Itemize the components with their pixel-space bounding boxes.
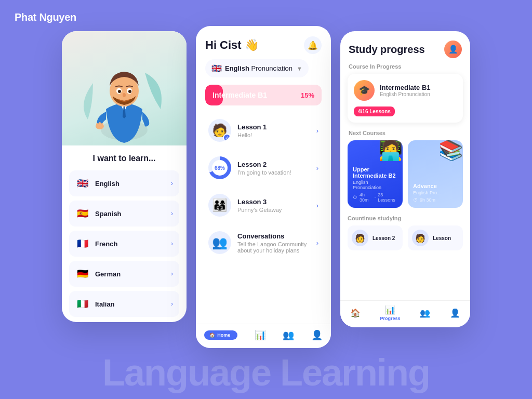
lesson-item-2[interactable]: 👨‍👩‍👧 Lesson 3 Punny's Getaway › xyxy=(203,189,324,222)
phone-mid: Hi Cist 👋 🔔 🇬🇧 English Pronunciation ▼ I… xyxy=(196,26,331,348)
nav-profile-mid[interactable]: 👤 xyxy=(311,329,323,341)
language-item-english[interactable]: 🇬🇧 English › xyxy=(69,170,179,196)
lesson-item-3[interactable]: 👥 Conversations Tell the Langoo Communit… xyxy=(203,226,324,259)
progress-icon: 📊 xyxy=(255,329,266,341)
lesson-item-1[interactable]: 68% Lesson 2 I'm going to vacation! › xyxy=(203,151,324,184)
rnav-community-icon: 👥 xyxy=(420,308,430,318)
lang-name-spanish: Spanish xyxy=(95,210,171,218)
svg-rect-4 xyxy=(96,123,98,127)
cip-avatar: 🎓 xyxy=(354,80,375,101)
card-char-blue: 🧑‍💻 xyxy=(378,140,403,160)
lesson-avatar-2: 👨‍👩‍👧 xyxy=(208,194,231,217)
continue-row: 🧑 Lesson 2 🧑 Lesson xyxy=(348,225,463,250)
flag-german: 🇩🇪 xyxy=(75,267,90,281)
lesson-subtitle-2: Punny's Getaway xyxy=(237,207,316,213)
next-course-light[interactable]: 📚 Advance English Pro... ⏱ 9h 30m xyxy=(408,140,463,208)
lesson-title-0: Lesson 1 xyxy=(237,123,316,131)
progress-circle-inner-1: 68% xyxy=(212,160,228,176)
want-to-learn-title: I want to learn... xyxy=(69,154,179,163)
brand-title: Phat Nguyen xyxy=(15,11,76,23)
bell-button[interactable]: 🔔 xyxy=(304,36,322,54)
continue-item-1[interactable]: 🧑 Lesson 2 xyxy=(348,225,403,250)
language-item-german[interactable]: 🇩🇪 German › xyxy=(69,261,179,287)
continue-title-2: Lesson xyxy=(433,235,451,241)
right-top-section: Study progress 👤 xyxy=(340,31,470,63)
lesson-title-3: Conversations xyxy=(237,232,316,240)
lang-name-italian: Italian xyxy=(95,300,171,308)
nav-community[interactable]: 👥 xyxy=(283,329,294,341)
next-course-blue[interactable]: 🧑‍💻 Upper Intermediate B2 English Pronun… xyxy=(348,140,403,208)
card-meta-blue: ⏱ 4h 30m · 23 Lessons xyxy=(353,192,397,203)
continue-label: Countinue studying xyxy=(348,215,463,221)
next-courses-label: Next Courses xyxy=(340,130,470,136)
lesson-subtitle-1: I'm going to vacation! xyxy=(237,169,316,176)
svg-point-11 xyxy=(123,93,126,97)
lessons-list: 🧑 ✓ Lesson 1 Hello! › 68% Lesson 2 I'm g… xyxy=(196,114,331,259)
progress-percent: 15% xyxy=(301,91,314,99)
language-item-italian[interactable]: 🇮🇹 Italian › xyxy=(69,291,179,317)
dot-separator: · xyxy=(375,195,376,200)
language-item-spanish[interactable]: 🇪🇸 Spanish › xyxy=(69,201,179,227)
language-item-french[interactable]: 🇫🇷 French › xyxy=(69,231,179,257)
progress-circle-1: 68% xyxy=(208,156,231,179)
home-icon: 🏠 xyxy=(209,332,215,338)
phones-container: I want to learn... 🇬🇧 English › 🇪🇸 Spani… xyxy=(11,31,521,348)
card-title-blue: Upper Intermediate B2 xyxy=(353,166,397,179)
lesson-subtitle-0: Hello! xyxy=(237,132,316,138)
chevron-icon-english: › xyxy=(171,180,173,187)
watermark-text: Language Learning xyxy=(102,351,430,394)
left-phone-content: I want to learn... 🇬🇧 English › 🇪🇸 Spani… xyxy=(62,145,187,322)
course-in-progress-card[interactable]: 🎓 Intermediate B1 English Pronunciation … xyxy=(348,74,463,123)
svg-point-10 xyxy=(128,90,131,93)
right-nav-home[interactable]: 🏠 xyxy=(350,308,361,318)
greeting-title: Hi Cist 👋 xyxy=(205,38,259,52)
lesson-title-1: Lesson 2 xyxy=(237,161,316,168)
rnav-progress-icon: 📊 xyxy=(385,305,395,315)
chevron-down-icon: ▼ xyxy=(297,65,302,72)
flag-spanish: 🇪🇸 xyxy=(75,206,90,221)
lang-name-german: German xyxy=(95,270,171,278)
user-avatar[interactable]: 👤 xyxy=(444,41,462,58)
continue-title-1: Lesson 2 xyxy=(373,235,395,241)
right-nav-community[interactable]: 👥 xyxy=(420,308,430,318)
lesson-subtitle-3: Tell the Langoo Community about your hol… xyxy=(237,241,316,254)
card-info-blue: Upper Intermediate B2 English Pronunciat… xyxy=(353,166,397,203)
lesson-item-0[interactable]: 🧑 ✓ Lesson 1 Hello! › xyxy=(203,114,324,147)
course-in-progress-label: Course In Progress xyxy=(340,63,470,70)
lesson-avatar-0: 🧑 ✓ xyxy=(208,119,231,142)
rnav-profile-icon: 👤 xyxy=(450,308,460,318)
phone-right: Study progress 👤 Course In Progress 🎓 In… xyxy=(340,31,470,327)
course-selector[interactable]: 🇬🇧 English Pronunciation ▼ xyxy=(205,59,309,77)
cip-subtitle: English Pronunciation xyxy=(380,91,431,97)
card-char-light: 📚 xyxy=(438,140,463,160)
mid-bottom-nav: 🏠 Home 📊 👥 👤 xyxy=(196,324,331,348)
continue-item-2[interactable]: 🧑 Lesson xyxy=(408,225,463,250)
lesson-info-0: Lesson 1 Hello! xyxy=(237,123,316,138)
nav-home-bg: 🏠 Home xyxy=(204,330,237,340)
chevron-icon-french: › xyxy=(171,240,173,247)
right-nav-profile[interactable]: 👤 xyxy=(450,308,460,318)
right-bottom-nav: 🏠 📊 Progress 👥 👤 xyxy=(340,300,470,327)
svg-rect-5 xyxy=(99,122,101,127)
lesson-info-1: Lesson 2 I'm going to vacation! xyxy=(237,161,316,176)
cip-title: Intermediate B1 xyxy=(380,84,431,91)
cip-top: 🎓 Intermediate B1 English Pronunciation xyxy=(354,80,457,101)
lesson-avatar-3: 👥 xyxy=(208,231,231,254)
card-subtitle-blue: English Pronunciation xyxy=(353,180,397,190)
nav-progress[interactable]: 📊 xyxy=(255,329,266,341)
lesson-chevron-2: › xyxy=(316,202,318,209)
chevron-icon-italian: › xyxy=(171,300,173,308)
flag-french: 🇫🇷 xyxy=(75,236,90,251)
mid-top-bar: Hi Cist 👋 🔔 xyxy=(196,26,331,59)
lang-name-french: French xyxy=(95,240,171,248)
lesson-chevron-1: › xyxy=(316,164,318,172)
cip-badge: 4/16 Lessons xyxy=(354,107,395,116)
right-nav-progress[interactable]: 📊 Progress xyxy=(380,305,401,321)
progress-bar-text: Intermediate B1 15% xyxy=(212,91,314,99)
chevron-icon-spanish: › xyxy=(171,210,173,217)
flag-english: 🇬🇧 xyxy=(75,176,90,191)
continue-avatar-2: 🧑 xyxy=(412,230,429,246)
card-meta-light: ⏱ 9h 30m xyxy=(413,197,458,203)
card-title-light: Advance xyxy=(413,183,458,189)
nav-home[interactable]: 🏠 Home xyxy=(204,330,237,340)
